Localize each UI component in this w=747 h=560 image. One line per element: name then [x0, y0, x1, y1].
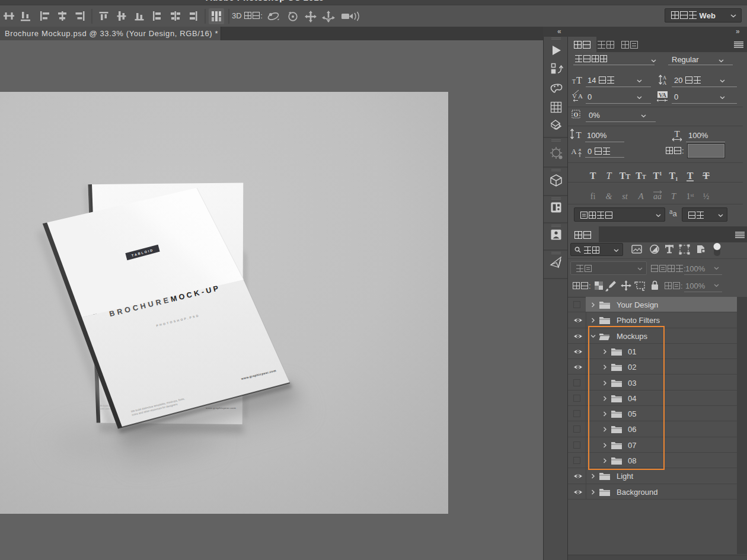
svg-text:A: A [578, 92, 583, 100]
svg-text:a: a [579, 146, 581, 152]
svg-text:A: A [571, 147, 577, 156]
svg-text:T: T [674, 129, 679, 139]
svg-text:T: T [572, 78, 576, 85]
svg-text:O: O [574, 111, 579, 118]
svg-text:T: T [576, 75, 582, 85]
svg-text:VA: VA [659, 92, 667, 98]
svg-text:T: T [576, 130, 581, 140]
svg-text:A: A [663, 80, 667, 86]
